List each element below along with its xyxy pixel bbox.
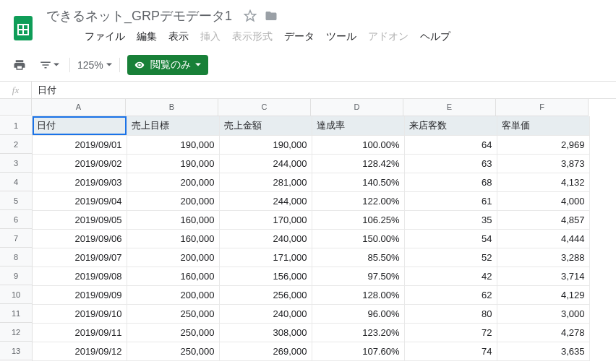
- row-header[interactable]: 9: [0, 266, 32, 285]
- cell[interactable]: 客単価: [497, 116, 589, 135]
- menu-file[interactable]: ファイル: [80, 27, 130, 46]
- cell[interactable]: 売上目標: [127, 116, 219, 135]
- cell[interactable]: 170,000: [219, 210, 312, 229]
- cell[interactable]: 2019/09/06: [33, 229, 127, 248]
- cell[interactable]: 156,000: [219, 266, 312, 285]
- cell[interactable]: 269,000: [219, 342, 312, 360]
- col-header[interactable]: A: [32, 99, 126, 116]
- cell[interactable]: 2019/09/02: [33, 154, 127, 173]
- cell[interactable]: 61: [404, 191, 497, 210]
- cell[interactable]: 244,000: [219, 154, 312, 173]
- select-all-corner[interactable]: [0, 99, 32, 116]
- row-header[interactable]: 12: [0, 323, 32, 342]
- cell[interactable]: 日付: [33, 116, 127, 135]
- row-header[interactable]: 1: [0, 116, 32, 135]
- cell[interactable]: 3,288: [497, 248, 589, 266]
- cell[interactable]: 2019/09/08: [33, 266, 127, 285]
- cell[interactable]: 3,635: [497, 342, 589, 360]
- zoom-select[interactable]: 125%: [77, 59, 112, 71]
- cell[interactable]: 来店客数: [404, 116, 497, 135]
- cell[interactable]: 150.00%: [312, 229, 404, 248]
- cell[interactable]: 2019/09/09: [33, 285, 127, 304]
- row-header[interactable]: 13: [0, 342, 32, 360]
- row-header[interactable]: 10: [0, 285, 32, 304]
- filter-icon[interactable]: [36, 56, 62, 74]
- menu-help[interactable]: ヘルプ: [415, 27, 455, 46]
- cell[interactable]: 97.50%: [312, 266, 404, 285]
- cell[interactable]: 128.42%: [312, 154, 404, 173]
- cell[interactable]: 62: [404, 285, 497, 304]
- cell[interactable]: 200,000: [127, 191, 219, 210]
- cell[interactable]: 4,857: [497, 210, 589, 229]
- cell[interactable]: 72: [404, 323, 497, 342]
- cell[interactable]: 96.00%: [312, 304, 404, 323]
- cell[interactable]: 52: [404, 248, 497, 266]
- menu-insert[interactable]: 挿入: [195, 27, 226, 46]
- col-header[interactable]: E: [403, 99, 496, 116]
- cell[interactable]: 140.50%: [312, 173, 404, 191]
- cell[interactable]: 3,000: [497, 304, 589, 323]
- row-header[interactable]: 2: [0, 135, 32, 154]
- cell[interactable]: 250,000: [127, 342, 219, 360]
- cell[interactable]: 128.00%: [312, 285, 404, 304]
- cell[interactable]: 4,444: [497, 229, 589, 248]
- cell[interactable]: 190,000: [219, 135, 312, 154]
- cell[interactable]: 240,000: [219, 304, 312, 323]
- cell[interactable]: 308,000: [219, 323, 312, 342]
- spreadsheet-cells[interactable]: 日付 売上目標 売上金額 達成率 来店客数 客単価 2019/09/01190,…: [33, 116, 590, 361]
- cell[interactable]: 107.60%: [312, 342, 404, 360]
- cell[interactable]: 190,000: [127, 135, 219, 154]
- cell[interactable]: 2019/09/10: [33, 304, 127, 323]
- cell[interactable]: 売上金額: [219, 116, 312, 135]
- print-icon[interactable]: [10, 56, 29, 74]
- cell[interactable]: 3,873: [497, 154, 589, 173]
- cell[interactable]: 68: [404, 173, 497, 191]
- row-header[interactable]: 6: [0, 210, 32, 229]
- cell[interactable]: 54: [404, 229, 497, 248]
- col-header[interactable]: C: [218, 99, 311, 116]
- cell[interactable]: 42: [404, 266, 497, 285]
- cell[interactable]: 160,000: [127, 266, 219, 285]
- cell[interactable]: 85.50%: [312, 248, 404, 266]
- cell[interactable]: 200,000: [127, 285, 219, 304]
- cell[interactable]: 3,714: [497, 266, 589, 285]
- cell[interactable]: 256,000: [219, 285, 312, 304]
- menu-tools[interactable]: ツール: [321, 27, 362, 46]
- cell[interactable]: 240,000: [219, 229, 312, 248]
- cell[interactable]: 4,000: [497, 191, 589, 210]
- cell[interactable]: 2019/09/03: [33, 173, 127, 191]
- cell[interactable]: 2019/09/11: [33, 323, 127, 342]
- cell[interactable]: 200,000: [127, 173, 219, 191]
- col-header[interactable]: B: [126, 99, 218, 116]
- cell[interactable]: 122.00%: [312, 191, 404, 210]
- cell[interactable]: 100.00%: [312, 135, 404, 154]
- menu-format[interactable]: 表示形式: [227, 27, 278, 46]
- cell[interactable]: 74: [404, 342, 497, 360]
- cell[interactable]: 250,000: [127, 304, 219, 323]
- menu-edit[interactable]: 編集: [132, 27, 162, 46]
- cell[interactable]: 160,000: [127, 210, 219, 229]
- cell[interactable]: 200,000: [127, 248, 219, 266]
- folder-icon[interactable]: [264, 9, 278, 22]
- col-header[interactable]: D: [311, 99, 403, 116]
- cell[interactable]: 達成率: [312, 116, 404, 135]
- row-header[interactable]: 11: [0, 304, 32, 323]
- cell[interactable]: 2,969: [497, 135, 589, 154]
- cell[interactable]: 244,000: [219, 191, 312, 210]
- cell[interactable]: 250,000: [127, 323, 219, 342]
- cell[interactable]: 2019/09/05: [33, 210, 127, 229]
- view-only-button[interactable]: 閲覧のみ: [127, 55, 208, 75]
- row-header[interactable]: 7: [0, 229, 32, 248]
- menu-view[interactable]: 表示: [163, 27, 194, 46]
- row-header[interactable]: 5: [0, 191, 32, 210]
- cell[interactable]: 2019/09/04: [33, 191, 127, 210]
- star-icon[interactable]: [244, 9, 257, 22]
- menu-addons[interactable]: アドオン: [363, 27, 414, 46]
- cell[interactable]: 2019/09/01: [33, 135, 127, 154]
- cell[interactable]: 106.25%: [312, 210, 404, 229]
- document-title[interactable]: できるネット_GRPデモデータ1: [42, 6, 236, 26]
- cell[interactable]: 281,000: [219, 173, 312, 191]
- cell[interactable]: 4,129: [497, 285, 589, 304]
- cell[interactable]: 4,278: [497, 323, 589, 342]
- sheets-logo-icon[interactable]: [10, 15, 36, 41]
